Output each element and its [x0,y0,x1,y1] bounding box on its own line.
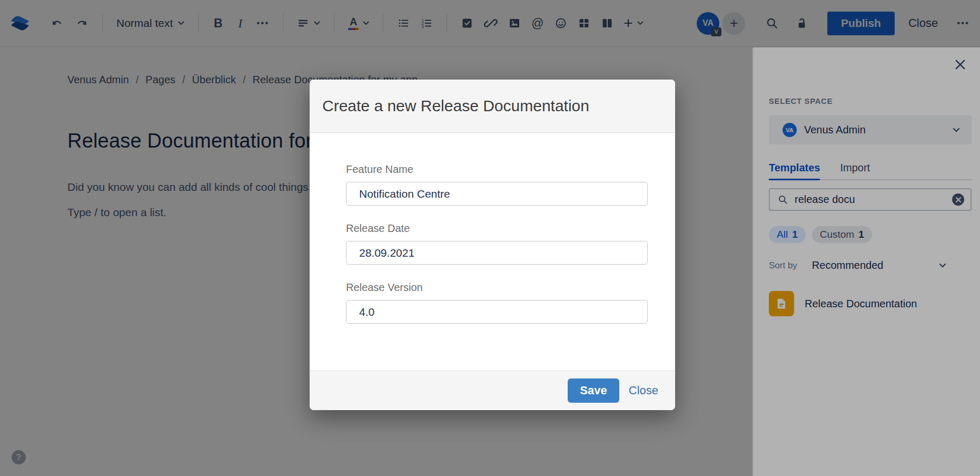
release-date-label: Release Date [346,222,648,235]
release-version-input[interactable] [346,300,648,324]
plus-icon: + [624,15,633,32]
help-button[interactable]: ? [12,450,26,464]
dialog-footer: Save Close [310,371,675,410]
alignment-dropdown[interactable] [294,13,323,33]
chevron-down-icon [178,21,184,25]
text-style-label: Normal text [116,17,173,30]
template-doc-icon [769,291,794,316]
template-list-item[interactable]: Release Documentation [769,291,972,316]
chevron-down-icon[interactable] [939,263,946,268]
template-filters: All 1 Custom 1 [769,226,972,243]
tab-templates[interactable]: Templates [769,162,820,180]
create-release-documentation-dialog: Create a new Release Documentation Featu… [310,80,675,410]
breadcrumb-parent-link[interactable]: Überblick [192,74,236,86]
mention-button[interactable]: @ [528,13,547,33]
toolbar-divider [334,14,334,32]
templates-sidebar: SELECT SPACE VA Venus Admin Templates Im… [752,47,980,476]
clear-x-icon [956,197,961,202]
layouts-button[interactable] [598,13,617,33]
toolbar-divider [198,14,199,32]
numbered-list-button[interactable]: 1 2 3 [417,13,436,33]
release-version-label: Release Version [346,281,648,294]
release-date-input[interactable] [346,241,648,265]
task-checkbox-icon [461,17,473,30]
align-left-icon [297,17,310,30]
filter-all[interactable]: All 1 [769,226,806,243]
plus-icon: + [730,15,738,32]
bullet-list-icon [397,17,410,30]
bold-button[interactable]: B [209,13,227,33]
italic-button[interactable]: I [231,13,249,33]
search-icon [765,16,779,30]
redo-button[interactable] [72,13,92,33]
publish-button[interactable]: Publish [827,12,895,35]
sidebar-close-button[interactable] [954,59,966,73]
task-list-button[interactable] [458,13,477,33]
breadcrumb-space-link[interactable]: Venus Admin [67,74,129,86]
chevron-down-icon [637,21,644,25]
space-selector-dropdown[interactable]: VA Venus Admin [769,115,972,144]
space-name: Venus Admin [804,124,866,136]
unlock-icon [795,16,808,30]
filter-custom[interactable]: Custom 1 [812,226,872,243]
invite-button[interactable]: + [722,12,745,35]
filter-label: All [777,229,788,240]
text-style-dropdown[interactable]: Normal text [113,13,187,33]
breadcrumb-separator: / [243,74,246,86]
avatar-initials: VA [702,18,714,28]
sidebar-tabs: Templates Import [769,162,972,180]
filter-count: 1 [858,229,864,240]
user-avatar[interactable]: VA V [697,12,719,35]
dialog-title: Create a new Release Documentation [322,97,589,115]
template-name: Release Documentation [805,298,917,310]
bullet-list-button[interactable] [394,13,413,33]
sort-row: Sort by Recommended [769,259,972,271]
link-button[interactable] [481,13,501,33]
editor-close-button[interactable]: Close [908,16,938,30]
dialog-header: Create a new Release Documentation [310,80,675,133]
template-search-input[interactable] [795,193,952,206]
feature-name-input[interactable] [346,182,648,206]
link-icon [484,16,498,30]
release-date-field-group: Release Date [346,222,648,265]
restrictions-button[interactable] [791,13,811,33]
feature-name-field-group: Feature Name [346,163,648,206]
tab-import[interactable]: Import [840,162,870,180]
undo-button[interactable] [47,13,67,33]
space-avatar: VA [783,123,797,137]
breadcrumb-pages-link[interactable]: Pages [145,74,175,86]
filter-label: Custom [820,229,854,240]
sort-dropdown[interactable]: Recommended [812,259,884,271]
select-space-label: SELECT SPACE [769,96,972,105]
dialog-close-button[interactable]: Close [629,384,658,397]
search-button[interactable] [762,13,782,33]
undo-icon [51,16,64,30]
search-icon [777,194,788,205]
overflow-menu-button[interactable]: ••• [954,13,973,33]
insert-more-dropdown[interactable]: + [621,13,647,33]
toolbar-divider [447,14,447,32]
redo-icon [75,16,88,30]
dialog-body: Feature Name Release Date Release Versio… [310,133,675,371]
emoji-button[interactable] [551,13,570,33]
more-formatting-button[interactable]: ••• [253,13,272,33]
svg-text:3: 3 [422,24,424,29]
clear-search-button[interactable] [952,193,964,206]
feature-name-label: Feature Name [346,163,648,176]
text-color-dropdown[interactable]: A [345,13,372,33]
filter-count: 1 [792,229,798,240]
toolbar-divider [383,14,383,32]
release-version-field-group: Release Version [346,281,648,324]
breadcrumb-separator: / [182,74,185,86]
template-search-box [769,188,972,211]
insert-table-button[interactable] [575,13,593,33]
save-button[interactable]: Save [568,378,619,403]
insert-image-button[interactable] [505,13,524,33]
emoji-icon [555,17,567,30]
avatar-badge: V [711,27,721,36]
text-color-icon: A [348,16,359,30]
confluence-logo-icon[interactable] [8,12,32,35]
table-icon [578,17,590,30]
sort-by-label: Sort by [769,260,797,271]
editor-toolbar: Normal text B I ••• A 1 2 3 [0,0,980,47]
